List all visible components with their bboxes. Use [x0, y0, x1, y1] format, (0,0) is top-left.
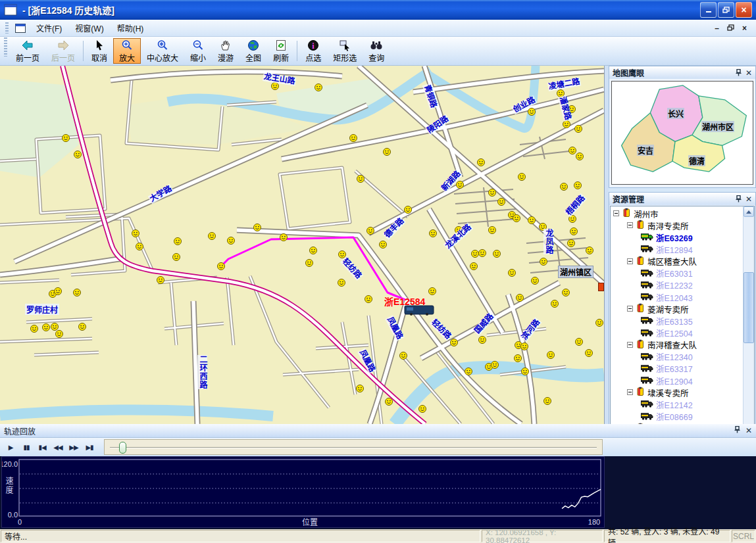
vehicle-smiley-icon[interactable]	[365, 296, 372, 303]
pan-button[interactable]: 漫游	[212, 38, 239, 64]
vehicle-smiley-icon[interactable]	[489, 189, 496, 197]
rewind-button[interactable]: ◀◀	[51, 440, 65, 454]
vehicle-smiley-icon[interactable]	[367, 227, 374, 235]
close-button[interactable]: ×	[736, 2, 752, 18]
vehicle-smiley-icon[interactable]	[306, 260, 313, 267]
tree-org-item[interactable]: 南浔稽查大队	[627, 339, 697, 351]
vehicle-smiley-icon[interactable]	[596, 319, 603, 327]
vehicle-smiley-icon[interactable]	[430, 230, 437, 237]
scrollbar-thumb[interactable]	[743, 272, 754, 343]
child-close-button[interactable]: ×	[742, 24, 747, 33]
cancel-button[interactable]: 取消	[86, 38, 113, 64]
zoom-in-button[interactable]: 放大	[113, 38, 141, 64]
tree-vehicle-item[interactable]: 浙E12142	[641, 398, 693, 410]
vehicle-smiley-icon[interactable]	[575, 126, 582, 133]
vehicle-smiley-icon[interactable]	[63, 135, 70, 142]
first-button[interactable]: ▮◀	[35, 440, 49, 454]
vehicle-smiley-icon[interactable]	[528, 108, 536, 116]
vehicle-smiley-icon[interactable]	[339, 251, 346, 258]
vehicle-smiley-icon[interactable]	[272, 83, 279, 90]
play-button[interactable]: ▶	[3, 440, 18, 454]
vehicle-smiley-icon[interactable]	[51, 323, 59, 331]
playback-slider[interactable]	[104, 439, 603, 455]
tree-vehicle-item[interactable]: 浙E63269	[641, 231, 693, 243]
vehicle-smiley-icon[interactable]	[174, 238, 182, 245]
vehicle-smiley-icon[interactable]	[544, 398, 551, 405]
point-select-button[interactable]: i 点选	[299, 38, 327, 64]
child-minimize-button[interactable]: –	[715, 24, 719, 33]
slider-thumb[interactable]	[119, 442, 126, 454]
vehicle-smiley-icon[interactable]	[574, 182, 582, 189]
menu-file[interactable]: 文件(F)	[30, 20, 68, 35]
zoom-out-button[interactable]: 缩小	[184, 38, 212, 64]
vehicle-smiley-icon[interactable]	[74, 151, 82, 158]
vehicle-smiley-icon[interactable]	[472, 250, 479, 258]
pin-icon[interactable]	[736, 195, 742, 202]
vehicle-smiley-icon[interactable]	[491, 362, 499, 369]
vehicle-smiley-icon[interactable]	[31, 325, 38, 333]
vehicle-smiley-icon[interactable]	[576, 153, 584, 160]
vehicle-smiley-icon[interactable]	[563, 289, 570, 296]
vehicle-smiley-icon[interactable]	[479, 337, 486, 344]
vehicle-smiley-icon[interactable]	[528, 217, 536, 224]
menu-help[interactable]: 帮助(H)	[111, 20, 151, 35]
vehicle-smiley-icon[interactable]	[513, 215, 520, 222]
collapse-toggle[interactable]	[627, 257, 633, 266]
vehicle-smiley-icon[interactable]	[310, 247, 317, 254]
vehicle-smiley-icon[interactable]	[479, 250, 486, 257]
vehicle-smiley-icon[interactable]	[547, 352, 555, 359]
vehicle-smiley-icon[interactable]	[465, 368, 472, 375]
collapse-toggle[interactable]	[627, 221, 633, 230]
vehicle-smiley-icon[interactable]	[518, 174, 526, 181]
vehicle-smiley-icon[interactable]	[386, 398, 393, 406]
tree-vehicle-item[interactable]: 浙E63031	[641, 268, 693, 279]
vehicle-smiley-icon[interactable]	[419, 406, 426, 413]
rect-select-button[interactable]: 矩形选	[327, 38, 363, 64]
tree-vehicle-item[interactable]: 浙E12340	[641, 351, 693, 363]
vehicle-smiley-icon[interactable]	[280, 234, 288, 241]
vehicle-smiley-icon[interactable]	[489, 227, 496, 234]
vehicle-smiley-icon[interactable]	[136, 243, 143, 250]
vehicle-smiley-icon[interactable]	[540, 258, 547, 266]
last-button[interactable]: ▶▮	[82, 440, 97, 454]
collapse-toggle[interactable]	[613, 209, 619, 218]
vehicle-smiley-icon[interactable]	[568, 240, 575, 247]
map-view[interactable]: 龙王山路青铜路凌塘二路潘家路创业路陵阳路新湖路梧桐路大学路龙溪北路德丰路轻纺路龙…	[0, 66, 605, 424]
vehicle-smiley-icon[interactable]	[470, 263, 478, 270]
full-map-button[interactable]: 全图	[239, 38, 267, 64]
refresh-button[interactable]: 刷新	[267, 38, 295, 64]
vehicle-smiley-icon[interactable]	[586, 350, 593, 357]
minimize-button[interactable]	[700, 2, 717, 18]
vehicle-smiley-icon[interactable]	[218, 263, 225, 270]
vehicle-smiley-icon[interactable]	[384, 149, 391, 156]
forward-button[interactable]: ▶▶	[66, 440, 81, 454]
close-panel-icon[interactable]: ✕	[745, 68, 752, 78]
vehicle-smiley-icon[interactable]	[493, 250, 501, 258]
vehicle-smiley-icon[interactable]	[405, 206, 412, 214]
tree-vehicle-item[interactable]: 浙E12904	[641, 375, 693, 387]
close-panel-icon[interactable]: ✕	[745, 195, 752, 204]
vehicle-smiley-icon[interactable]	[515, 355, 522, 362]
vehicle-smiley-icon[interactable]	[563, 121, 570, 128]
close-panel-icon[interactable]: ✕	[745, 426, 752, 435]
child-restore-button[interactable]	[727, 24, 734, 33]
vehicle-smiley-icon[interactable]	[43, 324, 50, 331]
vehicle-smiley-icon[interactable]	[576, 339, 583, 346]
vehicle-smiley-icon[interactable]	[429, 288, 436, 295]
vehicle-smiley-icon[interactable]	[521, 343, 528, 350]
pin-icon[interactable]	[736, 69, 742, 76]
vehicle-smiley-icon[interactable]	[79, 323, 86, 331]
restore-button[interactable]	[718, 2, 734, 18]
vehicle-smiley-icon[interactable]	[400, 352, 407, 360]
vehicle-smiley-icon[interactable]	[570, 228, 578, 235]
overview-map[interactable]: 长兴湖州市区安吉德清	[611, 81, 753, 185]
vehicle-smiley-icon[interactable]	[451, 339, 458, 346]
prev-page-button[interactable]: 前一页	[10, 38, 45, 64]
vehicle-smiley-icon[interactable]	[569, 147, 576, 154]
toolbar-grip[interactable]	[4, 37, 7, 57]
scroll-up-button[interactable]	[743, 206, 754, 217]
vehicle-smiley-icon[interactable]	[478, 159, 485, 166]
vehicle-smiley-icon[interactable]	[357, 385, 364, 392]
center-zoom-button[interactable]: 中心放大	[141, 38, 184, 64]
tree-vehicle-item[interactable]: 浙E63135	[641, 315, 693, 327]
